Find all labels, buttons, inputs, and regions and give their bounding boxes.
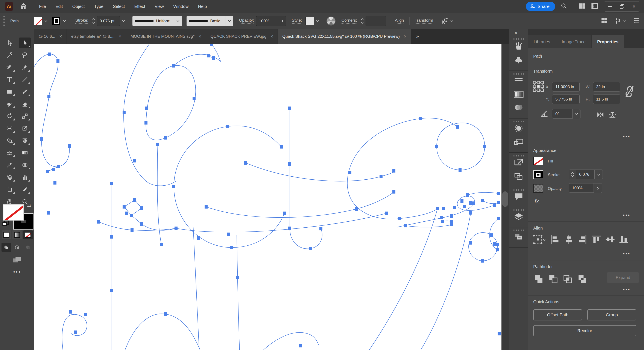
- align-vertical-center-icon[interactable]: [605, 234, 615, 245]
- free-transform-tool[interactable]: [19, 123, 31, 134]
- perspective-grid-tool[interactable]: [19, 135, 31, 146]
- artboard-tool[interactable]: [3, 184, 16, 195]
- pathfinder-intersect-icon[interactable]: [562, 274, 573, 284]
- shape-builder-tool[interactable]: [3, 135, 16, 146]
- selection-options-panel-icon[interactable]: [509, 124, 528, 133]
- gradient-tool[interactable]: [19, 148, 31, 158]
- stroke-weight-value[interactable]: 0.076: [576, 170, 595, 179]
- none-button[interactable]: [23, 230, 33, 239]
- tab-image-trace[interactable]: Image Trace: [556, 35, 591, 48]
- options-menu-icon[interactable]: [633, 18, 640, 24]
- opacity-options-chevron[interactable]: [594, 183, 602, 193]
- w-input[interactable]: 22 in: [593, 82, 620, 92]
- eraser-tool[interactable]: [19, 99, 31, 109]
- brush-definition-dropdown[interactable]: Basic: [186, 16, 233, 26]
- draw-normal-button[interactable]: [2, 243, 12, 252]
- share-button[interactable]: Share: [526, 2, 555, 11]
- arrange-panel-icon[interactable]: [509, 233, 528, 241]
- align-left-icon[interactable]: [550, 234, 560, 245]
- menu-view[interactable]: View: [151, 3, 168, 10]
- chevron-down-icon[interactable]: [42, 17, 50, 25]
- fill-color-control[interactable]: [34, 17, 50, 25]
- recolor-artwork-icon[interactable]: [326, 16, 336, 25]
- corners-stepper[interactable]: [359, 18, 366, 23]
- edit-toolbar-button[interactable]: •••: [0, 269, 34, 275]
- dock-grip[interactable]: [513, 209, 524, 211]
- eyedropper-tool[interactable]: [3, 160, 16, 171]
- default-fill-stroke-icon[interactable]: [2, 220, 10, 226]
- curvature-tool[interactable]: [19, 62, 31, 73]
- document-arrange-icon[interactable]: [601, 17, 608, 25]
- style-label[interactable]: Style:: [292, 18, 302, 24]
- search-icon[interactable]: [561, 3, 567, 10]
- close-icon[interactable]: ✕: [270, 34, 273, 39]
- flip-horizontal-icon[interactable]: [596, 111, 605, 119]
- chevron-down-icon[interactable]: [61, 17, 68, 25]
- dock-grip[interactable]: [513, 121, 524, 122]
- gradient-panel-icon[interactable]: [509, 91, 528, 98]
- shaper-tool[interactable]: [3, 99, 16, 109]
- close-icon[interactable]: ✕: [198, 34, 201, 39]
- opacity-link-label[interactable]: Opacity: [548, 186, 562, 192]
- align-to-selection-icon[interactable]: [533, 234, 546, 245]
- brushes-panel-icon[interactable]: [509, 41, 528, 51]
- transform-link[interactable]: Transform: [415, 18, 433, 24]
- document-tab-1[interactable]: @ 16.6...✕: [34, 29, 66, 44]
- stroke-weight-label[interactable]: Stroke:: [75, 18, 88, 24]
- menu-window[interactable]: Window: [169, 3, 192, 10]
- align-link[interactable]: Align: [395, 18, 404, 24]
- stroke-weight-chevron[interactable]: [595, 170, 603, 179]
- corners-input[interactable]: [366, 16, 386, 26]
- scale-tool[interactable]: [19, 111, 31, 122]
- close-icon[interactable]: ✕: [59, 34, 62, 39]
- tab-overflow-icon[interactable]: »: [411, 29, 424, 44]
- lasso-tool[interactable]: [19, 50, 31, 60]
- pathfinder-more-options[interactable]: •••: [623, 287, 630, 292]
- workspace-switcher-icon[interactable]: [591, 3, 598, 10]
- type-tool[interactable]: [3, 74, 16, 85]
- stroke-label[interactable]: Stroke: [548, 173, 560, 178]
- menu-help[interactable]: Help: [194, 3, 210, 10]
- fill-label[interactable]: Fill: [548, 159, 553, 164]
- scrollbar-thumb[interactable]: [502, 191, 508, 207]
- direct-selection-tool[interactable]: [3, 37, 16, 48]
- reference-point-icon[interactable]: [533, 81, 544, 92]
- align-top-icon[interactable]: [591, 234, 602, 245]
- rotate-tool[interactable]: [3, 111, 16, 122]
- constrain-proportions-icon[interactable]: [624, 84, 635, 99]
- expand-button[interactable]: Expand: [607, 272, 639, 283]
- swap-fill-stroke-icon[interactable]: ⇄: [27, 203, 31, 208]
- selection-tool[interactable]: [19, 37, 31, 48]
- x-input[interactable]: 11.0003 in: [552, 82, 580, 92]
- dock-grip[interactable]: [513, 73, 524, 75]
- dock-grip[interactable]: [513, 229, 524, 231]
- menu-object[interactable]: Object: [68, 3, 89, 10]
- pathfinder-exclude-icon[interactable]: [577, 274, 588, 284]
- color-button[interactable]: [2, 230, 11, 239]
- menu-select[interactable]: Select: [109, 3, 129, 10]
- snap-options-icon[interactable]: [615, 17, 626, 24]
- home-icon[interactable]: [20, 3, 27, 10]
- opacity-label[interactable]: Opacity:: [239, 18, 254, 24]
- panel-grip[interactable]: [4, 16, 5, 26]
- stroke-stepper[interactable]: [90, 18, 97, 23]
- rectangle-tool[interactable]: [3, 86, 16, 97]
- recolor-button[interactable]: Recolor: [533, 325, 636, 336]
- y-input[interactable]: 5.7755 in: [552, 95, 580, 104]
- magic-wand-tool[interactable]: [3, 50, 16, 60]
- corners-label[interactable]: Corners:: [342, 18, 357, 24]
- transparency-panel-icon[interactable]: [509, 104, 528, 111]
- stroke-panel-icon[interactable]: [509, 76, 528, 85]
- slice-tool[interactable]: [19, 184, 31, 195]
- asset-export-panel-icon[interactable]: [509, 172, 528, 181]
- align-more-options[interactable]: •••: [623, 251, 630, 257]
- document-tab-4[interactable]: QUACK SHACK PREVIEW.jpg✕: [206, 29, 278, 44]
- align-bottom-icon[interactable]: [619, 234, 629, 245]
- screen-mode-icon[interactable]: [0, 256, 34, 264]
- menu-effect[interactable]: Effect: [130, 3, 149, 10]
- menu-edit[interactable]: Edit: [52, 3, 66, 10]
- effects-button[interactable]: fx.: [534, 198, 541, 205]
- pathfinder-minus-front-icon[interactable]: [548, 274, 558, 284]
- align-right-icon[interactable]: [578, 234, 588, 245]
- fill-swatch[interactable]: [533, 157, 543, 165]
